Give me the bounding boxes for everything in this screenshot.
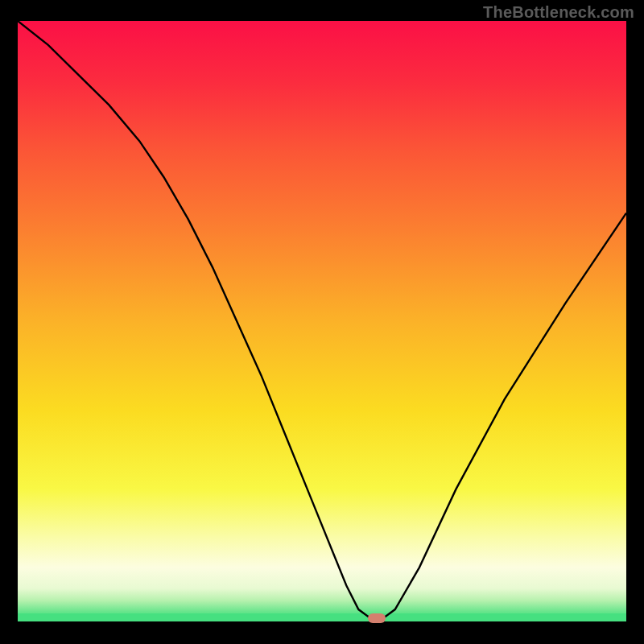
curve-layer <box>18 21 626 621</box>
optimal-marker <box>368 613 386 623</box>
plot-area <box>18 21 626 621</box>
chart-stage: TheBottleneck.com <box>0 0 644 644</box>
watermark-text: TheBottleneck.com <box>483 3 634 22</box>
bottleneck-curve <box>18 21 626 621</box>
